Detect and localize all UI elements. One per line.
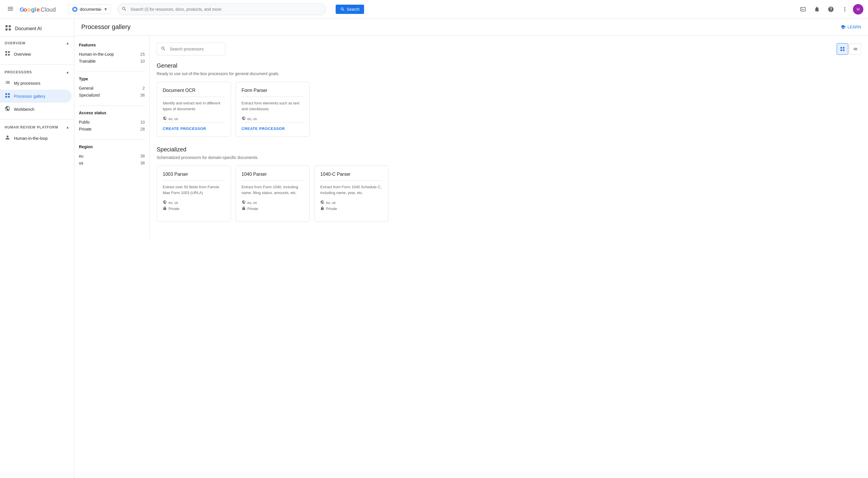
sidebar-divider-2 — [0, 119, 74, 120]
filter-public[interactable]: Public 10 — [79, 119, 145, 126]
card-divider-2 — [242, 97, 304, 97]
search-processors-bar — [157, 43, 861, 55]
card-1003-access: Private — [163, 206, 225, 211]
sidebar-item-workbench[interactable]: Workbench — [0, 103, 72, 116]
lock-icon-1 — [163, 206, 167, 211]
topbar: G o o g l e Cloud documentai- ▾ S — [0, 0, 868, 19]
card-document-ocr-footer: CREATE PROCESSOR — [163, 122, 225, 131]
filter-trainable-label: Trainable — [79, 59, 96, 64]
card-1040c-access: Private — [320, 206, 382, 211]
notification-icon-button[interactable] — [811, 3, 823, 15]
global-search-input[interactable] — [118, 3, 327, 15]
filter-eu[interactable]: eu 38 — [79, 153, 145, 160]
terminal-icon-button[interactable] — [797, 3, 809, 15]
search-icon — [122, 6, 127, 12]
card-form-parser-title: Form Parser — [242, 88, 304, 93]
card-1003-parser: 1003 Parser Extract over 50 fields from … — [157, 166, 231, 222]
filter-us[interactable]: us 38 — [79, 160, 145, 166]
overview-section-header[interactable]: Overview ▲ — [0, 39, 74, 47]
svg-rect-15 — [8, 54, 10, 56]
global-search-button[interactable]: Search — [336, 5, 364, 14]
card-1040c-regions: eu, us — [320, 200, 382, 205]
filter-trainable[interactable]: Trainable 10 — [79, 58, 145, 65]
processor-gallery-icon — [5, 93, 10, 100]
svg-rect-11 — [9, 28, 11, 30]
filter-specialized[interactable]: Specialized 36 — [79, 92, 145, 99]
svg-rect-19 — [8, 96, 10, 98]
help-icon-button[interactable] — [825, 3, 837, 15]
project-selector[interactable]: documentai- ▾ — [68, 4, 111, 14]
general-section: General Ready to use out-of-the-box proc… — [157, 62, 861, 137]
filter-divider-3 — [79, 139, 145, 140]
svg-rect-10 — [5, 28, 7, 30]
card-form-parser-desc: Extract form elements such as text and c… — [242, 100, 304, 112]
region-filter-title: Region — [79, 145, 145, 149]
filter-general-label: General — [79, 86, 93, 91]
filter-general[interactable]: General 2 — [79, 85, 145, 92]
hrp-section-header[interactable]: Human Review Platform ▲ — [0, 123, 74, 132]
hamburger-menu[interactable] — [5, 3, 16, 15]
card-1040-access-text: Private — [247, 207, 258, 211]
sidebar-item-overview[interactable]: Overview — [0, 47, 72, 61]
filter-private[interactable]: Private 28 — [79, 126, 145, 132]
search-processors-input[interactable] — [157, 43, 225, 55]
filter-panel: Features Human-in-the-Loop 25 Trainable … — [74, 36, 150, 238]
sidebar-item-my-processors[interactable]: My processors — [0, 76, 72, 90]
filter-human-loop-count: 25 — [140, 52, 145, 57]
main-content: Processor gallery LEARN Features Human-i… — [74, 19, 868, 478]
type-filter-section: Type General 2 Specialized 36 — [79, 76, 145, 99]
overview-icon — [5, 51, 10, 58]
filter-divider-2 — [79, 105, 145, 106]
card-1040c-regions-text: eu, us — [326, 201, 336, 205]
globe-icon-3 — [163, 200, 167, 205]
page-title: Processor gallery — [81, 23, 130, 31]
topbar-left: G o o g l e Cloud documentai- ▾ — [5, 3, 111, 15]
access-filter-section: Access status Public 10 Private 28 — [79, 110, 145, 132]
document-ai-icon — [5, 24, 11, 33]
sidebar-header: Document AI — [0, 21, 74, 36]
svg-rect-18 — [5, 96, 7, 98]
svg-text:o: o — [24, 6, 27, 13]
lock-icon-2 — [242, 206, 246, 211]
card-1003-title: 1003 Parser — [163, 172, 225, 177]
card-document-ocr-desc: Identify and extract text in different t… — [163, 100, 225, 112]
grid-view-button[interactable] — [837, 43, 848, 55]
list-view-button[interactable] — [849, 43, 861, 55]
filter-us-label: us — [79, 161, 83, 165]
filter-specialized-count: 36 — [140, 93, 145, 97]
filter-specialized-label: Specialized — [79, 93, 100, 97]
svg-text:o: o — [27, 6, 31, 13]
user-avatar[interactable]: H — [853, 4, 863, 14]
more-options-button[interactable] — [839, 3, 850, 15]
processors-section-header[interactable]: Processors ▲ — [0, 68, 74, 76]
google-cloud-logo: G o o g l e Cloud — [20, 5, 60, 13]
main-layout: Document AI Overview ▲ Overview Processo… — [0, 19, 868, 478]
card-form-parser: Form Parser Extract form elements such a… — [236, 82, 310, 137]
create-processor-form-parser[interactable]: CREATE PROCESSOR — [242, 126, 285, 131]
filter-private-count: 28 — [140, 127, 145, 131]
filter-eu-count: 38 — [140, 154, 145, 158]
general-section-desc: Ready to use out-of-the-box processors f… — [157, 71, 861, 76]
svg-rect-16 — [5, 93, 7, 95]
gallery-area: General Ready to use out-of-the-box proc… — [150, 36, 868, 238]
learn-button[interactable]: LEARN — [840, 24, 861, 30]
general-cards-grid: Document OCR Identify and extract text i… — [157, 82, 861, 137]
sidebar-item-human-in-loop[interactable]: Human-in-the-loop — [0, 132, 72, 145]
sidebar-divider-1 — [0, 64, 74, 64]
card-document-ocr-regions-text: eu, us — [168, 117, 178, 121]
globe-icon-2 — [242, 116, 246, 121]
svg-text:l: l — [34, 6, 36, 13]
card-1040-access: Private — [242, 206, 304, 211]
globe-icon-5 — [320, 200, 324, 205]
globe-icon-4 — [242, 200, 246, 205]
sidebar-overview-label: Overview — [14, 52, 31, 57]
sidebar-item-processor-gallery[interactable]: Processor gallery — [0, 90, 72, 103]
create-processor-document-ocr[interactable]: CREATE PROCESSOR — [163, 126, 206, 131]
card-document-ocr: Document OCR Identify and extract text i… — [157, 82, 231, 137]
filter-human-loop-label: Human-in-the-Loop — [79, 52, 114, 57]
type-filter-title: Type — [79, 76, 145, 81]
svg-rect-12 — [5, 51, 7, 53]
main-header: Processor gallery LEARN — [74, 19, 868, 36]
filter-public-label: Public — [79, 120, 90, 124]
filter-human-loop[interactable]: Human-in-the-Loop 25 — [79, 51, 145, 58]
